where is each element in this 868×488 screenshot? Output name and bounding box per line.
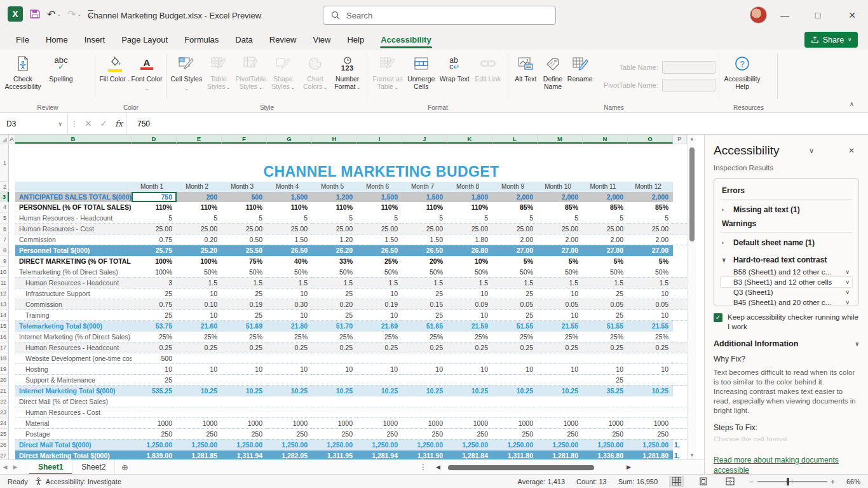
- cell-B16[interactable]: Internet Marketing (% of Direct Sales): [15, 332, 132, 342]
- contrast-item[interactable]: B45 (Sheet1) and 20 other c...∨: [721, 297, 852, 306]
- cell-E23[interactable]: [177, 407, 222, 418]
- cell-D19[interactable]: 10: [132, 364, 177, 375]
- cell-E21[interactable]: 10.25: [177, 386, 222, 396]
- cell-B3[interactable]: ANTICIPATED SALES TOTAL $(000): [15, 192, 132, 202]
- cell-J11[interactable]: 1.5: [402, 278, 447, 288]
- cell-N12[interactable]: 25: [583, 288, 628, 299]
- cell-D10[interactable]: 100%: [132, 267, 177, 278]
- cell-E7[interactable]: 0.20: [177, 234, 222, 245]
- contrast-item[interactable]: B58 (Sheet1) and 12 other c...∨: [721, 267, 852, 277]
- cell-F21[interactable]: 10.25: [222, 386, 267, 396]
- cell-K4[interactable]: 110%: [447, 202, 492, 213]
- cell-D21[interactable]: 535.25: [132, 386, 177, 396]
- font-color-button[interactable]: AFont Color ⌄: [131, 52, 163, 98]
- cell-D25[interactable]: 250: [132, 429, 177, 440]
- row-header-16[interactable]: 16: [0, 332, 9, 342]
- cell-N7[interactable]: 2.00: [583, 234, 628, 245]
- cell-O24[interactable]: 1000: [628, 418, 673, 429]
- cell-D17[interactable]: 0.25: [132, 342, 177, 353]
- excel-logo-icon[interactable]: X: [8, 6, 23, 22]
- cell-L14[interactable]: 25: [492, 310, 538, 321]
- cell-N14[interactable]: 25: [583, 310, 628, 321]
- cell-O12[interactable]: 10: [628, 288, 673, 299]
- cell-O26[interactable]: 1,250.00: [628, 440, 673, 451]
- cell-J10[interactable]: 50%: [402, 267, 447, 278]
- cell-P26[interactable]: 1,: [673, 440, 687, 451]
- hscroll-left-icon[interactable]: ◀: [436, 464, 440, 470]
- cell-O15[interactable]: 21.55: [628, 321, 673, 332]
- cell-M10[interactable]: 50%: [538, 267, 583, 278]
- cell-L19[interactable]: 10: [492, 364, 538, 375]
- cell-M3[interactable]: 2,000: [538, 192, 583, 202]
- cell-J13[interactable]: 0.15: [402, 299, 447, 310]
- cell-E4[interactable]: 110%: [177, 202, 222, 213]
- cell-H9[interactable]: 33%: [312, 256, 357, 267]
- column-header-G[interactable]: G: [267, 135, 312, 144]
- cell-O6[interactable]: 25.00: [628, 224, 673, 234]
- cell-L9[interactable]: 5%: [492, 256, 538, 267]
- cell-H13[interactable]: 0.20: [312, 299, 357, 310]
- cell-I24[interactable]: 1000: [357, 418, 402, 429]
- tab-page-layout[interactable]: Page Layout: [114, 32, 175, 49]
- cell-E27[interactable]: 1,281.85: [177, 451, 222, 459]
- cell-M12[interactable]: 10: [538, 288, 583, 299]
- pane-chevron-down-icon[interactable]: ∨: [804, 146, 819, 155]
- cell-D18[interactable]: 500: [132, 353, 177, 364]
- cell-N8[interactable]: 27.00: [583, 245, 628, 256]
- cell-J20[interactable]: [402, 375, 447, 386]
- cell-H3[interactable]: 1,200: [312, 192, 357, 202]
- cell-P21[interactable]: [673, 386, 687, 396]
- cell-K7[interactable]: 1.80: [447, 234, 492, 245]
- contrast-item[interactable]: Q3 (Sheet1)∨: [721, 287, 852, 297]
- cell-I5[interactable]: 5: [357, 213, 402, 224]
- cell-N20[interactable]: 25: [583, 375, 628, 386]
- cell-J7[interactable]: 1.50: [402, 234, 447, 245]
- column-header-H[interactable]: H: [312, 135, 357, 144]
- cell-K16[interactable]: 25%: [447, 332, 492, 342]
- cell-E19[interactable]: 10: [177, 364, 222, 375]
- column-header-I[interactable]: I: [357, 135, 402, 144]
- cell-N9[interactable]: 5%: [583, 256, 628, 267]
- zoom-in-icon[interactable]: +: [831, 478, 835, 485]
- cell-J18[interactable]: [402, 353, 447, 364]
- cell-B5[interactable]: Human Resources - Headcount: [15, 213, 132, 224]
- row-header-25[interactable]: 25: [0, 429, 9, 440]
- cell-F6[interactable]: 25.00: [222, 224, 267, 234]
- sheet-nav-left-icon[interactable]: ◀: [0, 464, 10, 470]
- cell-G4[interactable]: 110%: [267, 202, 312, 213]
- cell-E9[interactable]: 100%: [177, 256, 222, 267]
- cell-D22[interactable]: [132, 396, 177, 407]
- cell-H23[interactable]: [312, 407, 357, 418]
- cell-F12[interactable]: 25: [222, 288, 267, 299]
- cell-H10[interactable]: 50%: [312, 267, 357, 278]
- cell-P5[interactable]: [673, 213, 687, 224]
- cell-F24[interactable]: 1000: [222, 418, 267, 429]
- cell-P6[interactable]: [673, 224, 687, 234]
- row-header-21[interactable]: 21: [0, 386, 9, 396]
- cell-L18[interactable]: [492, 353, 538, 364]
- cell-L23[interactable]: [492, 407, 538, 418]
- cell-L22[interactable]: [492, 396, 538, 407]
- cell-M26[interactable]: 1,250.00: [538, 440, 583, 451]
- cell-D14[interactable]: 25: [132, 310, 177, 321]
- error-item[interactable]: ›Missing alt text (1): [721, 200, 852, 217]
- cell-H20[interactable]: [312, 375, 357, 386]
- cell-P27[interactable]: 1,: [673, 451, 687, 459]
- vertical-scrollbar[interactable]: ▲ ▼: [687, 135, 696, 459]
- cell-F20[interactable]: [222, 375, 267, 386]
- month-header-10[interactable]: Month 10: [538, 182, 583, 192]
- tab-review[interactable]: Review: [262, 32, 304, 49]
- cell-L25[interactable]: 250: [492, 429, 538, 440]
- cell-G6[interactable]: 25.00: [267, 224, 312, 234]
- cell-H6[interactable]: 25.00: [312, 224, 357, 234]
- cell-M17[interactable]: 0.25: [538, 342, 583, 353]
- cell-B13[interactable]: Commission: [15, 299, 132, 310]
- cell-B9[interactable]: DIRECT MARKETING (% OF TOTAL SALES): [15, 256, 132, 267]
- cell-G8[interactable]: 26.50: [267, 245, 312, 256]
- cell-D16[interactable]: 25%: [132, 332, 177, 342]
- cell-E13[interactable]: 0.10: [177, 299, 222, 310]
- rename-button[interactable]: Rename: [566, 52, 593, 98]
- cell-G11[interactable]: 1.5: [267, 278, 312, 288]
- cell-N24[interactable]: 1000: [583, 418, 628, 429]
- cell-J26[interactable]: 1,250.00: [402, 440, 447, 451]
